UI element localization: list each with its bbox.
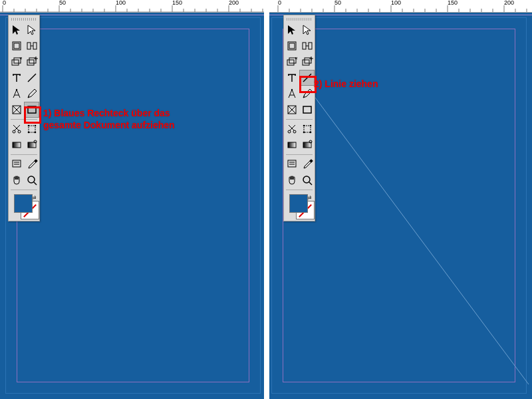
tool-gradient-swatch[interactable] xyxy=(284,137,299,153)
panel-divider xyxy=(264,0,269,399)
panel-left: 1) Blaues Rechteck über das gesamte Doku… xyxy=(0,0,266,399)
color-swatches[interactable]: ⇄ xyxy=(9,192,39,221)
palette-separator xyxy=(286,190,313,190)
palette-separator xyxy=(11,119,37,120)
palette-separator xyxy=(286,154,313,155)
tool-selection[interactable] xyxy=(9,22,24,38)
tool-palette[interactable]: ⇄ xyxy=(283,15,315,221)
tool-type[interactable] xyxy=(284,70,299,86)
tool-direct-selection[interactable] xyxy=(24,22,39,38)
tool-pencil[interactable] xyxy=(24,86,39,102)
tool-free-transform[interactable] xyxy=(299,121,315,137)
tool-gap[interactable] xyxy=(24,38,39,54)
tool-page[interactable] xyxy=(284,38,299,54)
color-swatches[interactable]: ⇄ xyxy=(284,192,315,221)
tool-content-placer[interactable] xyxy=(24,54,39,70)
tool-eyedropper[interactable] xyxy=(299,156,315,172)
palette-gripper[interactable] xyxy=(287,18,312,21)
tool-zoom[interactable] xyxy=(24,172,39,188)
tool-rectangle[interactable] xyxy=(24,102,39,118)
tool-direct-selection[interactable] xyxy=(299,22,315,38)
fill-swatch[interactable] xyxy=(14,194,33,213)
tool-line[interactable] xyxy=(299,70,315,86)
margin-guide xyxy=(17,29,249,382)
tool-type[interactable] xyxy=(9,70,24,86)
tool-scissors[interactable] xyxy=(284,121,299,137)
tool-hand[interactable] xyxy=(9,172,24,188)
document-canvas[interactable] xyxy=(0,12,266,399)
tool-note[interactable] xyxy=(9,156,24,172)
tool-gradient-feather[interactable] xyxy=(299,137,315,153)
tool-gap[interactable] xyxy=(299,38,315,54)
tool-selection[interactable] xyxy=(284,22,299,38)
tool-frame-rect[interactable] xyxy=(9,102,24,118)
tool-eyedropper[interactable] xyxy=(24,156,39,172)
palette-separator xyxy=(11,154,37,155)
annotation-text-right: 2) Linie ziehen xyxy=(314,78,378,90)
tool-pencil[interactable] xyxy=(299,86,315,102)
tool-hand[interactable] xyxy=(284,172,299,188)
tool-gradient-swatch[interactable] xyxy=(9,137,24,153)
tool-frame-rect[interactable] xyxy=(284,102,299,118)
ruler-labels: 0 50 100 150 200 0 50 100 150 200 xyxy=(0,0,532,12)
fill-swatch[interactable] xyxy=(289,194,308,213)
stage: 1) Blaues Rechteck über das gesamte Doku… xyxy=(0,0,532,399)
palette-separator xyxy=(11,190,37,190)
palette-separator xyxy=(286,119,313,120)
annotation-text-left: 1) Blaues Rechteck über das gesamte Doku… xyxy=(43,108,196,131)
tool-rectangle[interactable] xyxy=(299,102,315,118)
tool-pen[interactable] xyxy=(9,86,24,102)
tool-note[interactable] xyxy=(284,156,299,172)
tool-gradient-feather[interactable] xyxy=(24,137,39,153)
svg-line-1 xyxy=(306,85,529,384)
tool-content-collector[interactable] xyxy=(284,54,299,70)
tool-zoom[interactable] xyxy=(299,172,315,188)
tool-palette[interactable]: ⇄ xyxy=(8,15,40,221)
tool-content-collector[interactable] xyxy=(9,54,24,70)
horizontal-guide[interactable] xyxy=(0,15,266,15)
tool-scissors[interactable] xyxy=(9,121,24,137)
tool-page[interactable] xyxy=(9,38,24,54)
tool-free-transform[interactable] xyxy=(24,121,39,137)
tool-line[interactable] xyxy=(24,70,39,86)
tool-content-placer[interactable] xyxy=(299,54,315,70)
tool-pen[interactable] xyxy=(284,86,299,102)
palette-gripper[interactable] xyxy=(11,18,37,21)
